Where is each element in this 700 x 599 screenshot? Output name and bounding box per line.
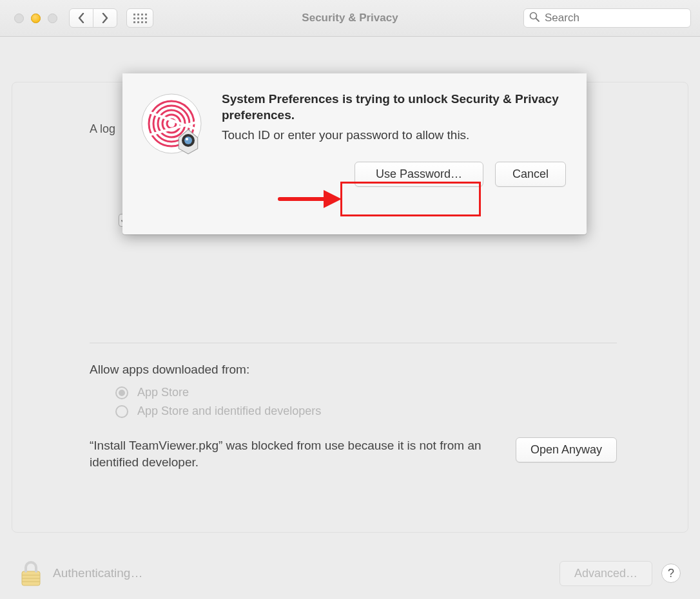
window-controls [14, 14, 57, 23]
unlock-dialog: System Preferences is trying to unlock S… [122, 73, 587, 234]
padlock-icon[interactable] [19, 560, 43, 587]
help-button[interactable]: ? [661, 564, 681, 583]
radio-identified-row: App Store and identified developers [115, 404, 617, 418]
footer: Authenticating… Advanced… ? [0, 547, 700, 599]
touch-id-icon [139, 91, 209, 161]
allow-apps-radio-group: App Store App Store and identified devel… [115, 386, 617, 418]
search-input[interactable] [543, 11, 685, 25]
radio-app-store-row: App Store [115, 386, 617, 399]
titlebar: Security & Privacy [0, 0, 700, 37]
svg-point-17 [184, 137, 192, 144]
use-password-button[interactable]: Use Password… [355, 162, 483, 187]
radio-app-store-label: App Store [137, 386, 189, 399]
close-window-dot[interactable] [14, 14, 24, 23]
svg-line-1 [536, 18, 540, 21]
forward-button[interactable] [93, 8, 117, 28]
grid-icon [133, 14, 147, 23]
chevron-left-icon [77, 13, 85, 23]
authenticating-label: Authenticating… [53, 566, 142, 580]
zoom-window-dot[interactable] [48, 14, 57, 23]
divider [90, 343, 617, 343]
minimize-window-dot[interactable] [31, 14, 41, 23]
dialog-subtitle: Touch ID or enter your password to allow… [222, 128, 569, 142]
nav-buttons [69, 8, 117, 28]
radio-app-store[interactable] [115, 386, 128, 399]
blocked-app-row: “Install TeamViewer.pkg” was blocked fro… [90, 437, 617, 470]
dialog-body: System Preferences is trying to unlock S… [222, 91, 569, 219]
allow-apps-label: Allow apps downloaded from: [90, 363, 617, 377]
advanced-button[interactable]: Advanced… [559, 561, 652, 586]
radio-identified-label: App Store and identified developers [137, 404, 321, 418]
blocked-app-message: “Install TeamViewer.pkg” was blocked fro… [90, 437, 502, 470]
chevron-right-icon [101, 13, 109, 23]
search-icon [529, 12, 540, 25]
open-anyway-button[interactable]: Open Anyway [516, 437, 617, 462]
page-body: A log Disable automatic login Allow apps… [0, 37, 700, 599]
back-button[interactable] [69, 8, 93, 28]
radio-identified-devs[interactable] [115, 405, 128, 418]
show-all-prefs-button[interactable] [126, 8, 153, 28]
cancel-button[interactable]: Cancel [495, 162, 566, 187]
dialog-actions: Use Password… Cancel [222, 162, 569, 187]
search-field-container[interactable] [523, 8, 691, 28]
dialog-title: System Preferences is trying to unlock S… [222, 91, 569, 123]
svg-point-18 [186, 138, 188, 140]
